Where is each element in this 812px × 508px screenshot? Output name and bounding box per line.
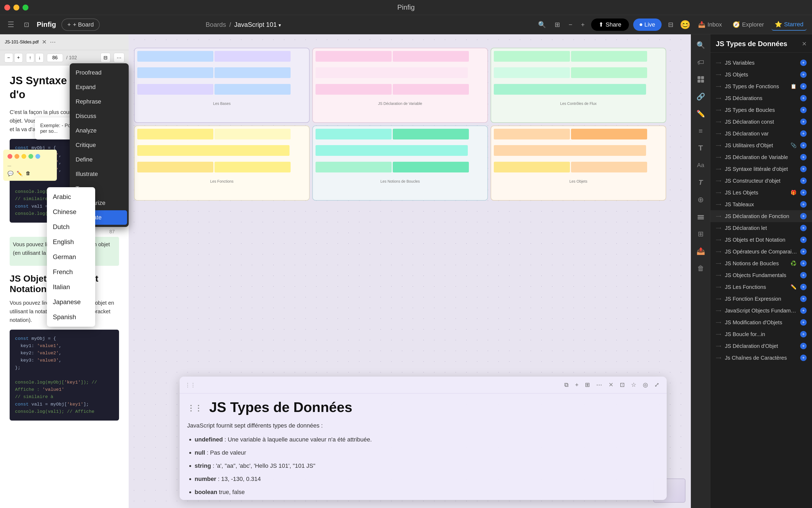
add-node-btn[interactable]: + bbox=[800, 166, 807, 172]
add-node-btn[interactable]: + bbox=[800, 260, 807, 267]
lang-french[interactable]: French bbox=[47, 264, 95, 280]
board-card-declarations[interactable]: JS Déclaration de Variable bbox=[312, 48, 488, 123]
menu-analyze[interactable]: Analyze bbox=[70, 123, 129, 138]
next-page-btn[interactable]: ↓ bbox=[35, 53, 44, 62]
sticky-delete-btn[interactable]: 🗑 bbox=[26, 171, 31, 176]
menu-discuss[interactable]: Discuss bbox=[70, 109, 129, 123]
tree-item-fonction-expression[interactable]: ⟶ JS Fonction Expression + bbox=[710, 293, 812, 305]
add-node-btn[interactable]: + bbox=[800, 142, 807, 149]
menu-illustrate[interactable]: Illustrate bbox=[70, 167, 129, 181]
tree-item-objets[interactable]: ⟶ JS Objets + bbox=[710, 69, 812, 80]
inbox-tab-btn[interactable]: 📥 Inbox bbox=[695, 19, 725, 30]
sidebar-panel-btn[interactable]: ⊡ bbox=[22, 19, 31, 31]
center-canvas[interactable]: Les Bases JS Déclaration de Variable bbox=[129, 34, 691, 508]
tree-item-utilitaires[interactable]: ⟶ JS Utilitaires d'Objet 📎 + bbox=[710, 139, 812, 151]
lang-japanese[interactable]: Japanese bbox=[47, 295, 95, 309]
add-node-btn[interactable]: + bbox=[800, 107, 807, 113]
add-node-btn[interactable]: + bbox=[800, 272, 807, 279]
tree-item-boucle-for-in[interactable]: ⟶ JS Boucle for...in + bbox=[710, 328, 812, 340]
tree-item-types-boucles[interactable]: ⟶ JS Types de Boucles + bbox=[710, 104, 812, 116]
tree-item-var[interactable]: ⟶ JS Déclaration var + bbox=[710, 128, 812, 139]
dot-blue[interactable] bbox=[35, 154, 40, 159]
add-node-btn[interactable]: + bbox=[800, 343, 807, 349]
tree-item-les-objets[interactable]: ⟶ JS Les Objets 🎁 + bbox=[710, 187, 812, 199]
tree-item-variables[interactable]: ⟶ JS Variables + bbox=[710, 57, 812, 69]
add-btn[interactable]: + bbox=[573, 380, 581, 389]
toggle-sidebar-btn[interactable]: ☰ bbox=[5, 18, 16, 31]
tree-item-tableaux[interactable]: ⟶ JS Tableaux + bbox=[710, 199, 812, 210]
board-card-fonctions[interactable]: Les Fonctions bbox=[134, 126, 310, 201]
toolbar-link-btn[interactable]: 🔗 bbox=[694, 90, 707, 103]
new-board-btn[interactable]: + + Board bbox=[61, 18, 100, 31]
toolbar-text-btn[interactable]: T bbox=[694, 142, 707, 155]
add-node-btn[interactable]: + bbox=[800, 307, 807, 314]
maximize-window-btn[interactable] bbox=[22, 5, 29, 10]
explorer-tab-btn[interactable]: 🧭 Explorer bbox=[729, 19, 767, 30]
add-node-btn[interactable]: + bbox=[800, 248, 807, 255]
toolbar-lines-btn[interactable]: ≡ bbox=[694, 124, 707, 137]
add-node-btn[interactable]: + bbox=[800, 237, 807, 243]
page-number-input[interactable] bbox=[47, 54, 63, 62]
dot-red[interactable] bbox=[7, 154, 12, 159]
tree-item-dot-notation[interactable]: ⟶ JS Objets et Dot Notation + bbox=[710, 234, 812, 246]
close-popup-btn[interactable]: ✕ bbox=[606, 380, 616, 389]
add-node-btn[interactable]: + bbox=[800, 177, 807, 184]
live-btn[interactable]: Live bbox=[633, 18, 662, 31]
lang-spanish[interactable]: Spanish bbox=[47, 309, 95, 325]
menu-rephrase[interactable]: Rephrase bbox=[70, 94, 129, 109]
panel-options-btn[interactable]: ⋯ bbox=[114, 53, 124, 62]
add-node-btn[interactable]: + bbox=[800, 354, 807, 361]
menu-critique[interactable]: Critique bbox=[70, 138, 129, 152]
tree-item-constructeur[interactable]: ⟶ JS Constructeur d'objet + bbox=[710, 175, 812, 187]
panel-more-btn[interactable]: ⋯ bbox=[50, 39, 56, 46]
toolbar-format-btn[interactable]: T bbox=[694, 176, 707, 189]
toolbar-text-size-btn[interactable]: Aa bbox=[694, 159, 707, 172]
toolbar-group-btn[interactable]: ⊞ bbox=[694, 227, 707, 240]
add-node-btn[interactable]: + bbox=[800, 95, 807, 101]
tree-item-les-fonctions[interactable]: ⟶ JS Les Fonctions ✏️ + bbox=[710, 281, 812, 293]
grid-btn[interactable]: ⊞ bbox=[583, 380, 592, 389]
share-btn[interactable]: ⬆ Share bbox=[591, 18, 629, 31]
tree-item-types-fonctions[interactable]: ⟶ JS Types de Fonctions 📋 + bbox=[710, 80, 812, 92]
menu-proofread[interactable]: Proofread bbox=[70, 66, 129, 80]
fit-icon-btn[interactable]: ⊡ bbox=[618, 380, 627, 389]
tree-item-decl-variable[interactable]: ⟶ JS Déclaration de Variable + bbox=[710, 151, 812, 163]
star-popup-btn[interactable]: ☆ bbox=[629, 380, 639, 389]
minimize-window-btn[interactable] bbox=[13, 5, 19, 10]
add-node-btn[interactable]: + bbox=[800, 201, 807, 208]
tree-item-decl-let[interactable]: ⟶ JS Déclaration let + bbox=[710, 222, 812, 234]
add-node-btn[interactable]: + bbox=[800, 225, 807, 231]
prev-page-btn[interactable]: ↑ bbox=[26, 53, 34, 62]
lang-italian[interactable]: Italian bbox=[47, 280, 95, 295]
board-card-les-bases[interactable]: Les Bases bbox=[134, 48, 310, 123]
toolbar-stack-btn[interactable] bbox=[694, 210, 707, 223]
add-node-btn[interactable]: + bbox=[800, 284, 807, 290]
dot-orange[interactable] bbox=[14, 154, 19, 159]
tree-item-declarations[interactable]: ⟶ JS Déclarations + bbox=[710, 92, 812, 104]
location-btn[interactable]: ◎ bbox=[641, 380, 650, 389]
add-node-btn[interactable]: + bbox=[800, 319, 807, 326]
add-node-btn[interactable]: + bbox=[800, 59, 807, 66]
tree-item-comparaison[interactable]: ⟶ JS Opérateurs de Comparaison + bbox=[710, 246, 812, 257]
panel-layout-btn[interactable]: ⊟ bbox=[100, 53, 110, 62]
board-card-boucles[interactable]: Les Notions de Boucles bbox=[312, 126, 488, 201]
add-node-btn[interactable]: + bbox=[800, 296, 807, 302]
toolbar-insert-btn[interactable]: ⊕ bbox=[694, 193, 707, 206]
lang-arabic[interactable]: Arabic bbox=[47, 189, 95, 204]
zoom-out-btn[interactable]: − bbox=[4, 53, 13, 62]
add-node-btn[interactable]: + bbox=[800, 130, 807, 137]
frp-close-btn[interactable]: ✕ bbox=[802, 41, 807, 47]
menu-define[interactable]: Define bbox=[70, 152, 129, 167]
expand-popup-btn[interactable]: ⤢ bbox=[652, 380, 661, 389]
panel-close-btn[interactable]: ✕ bbox=[42, 39, 47, 46]
toolbar-trash-btn[interactable]: 🗑 bbox=[694, 262, 707, 274]
breadcrumb-boards[interactable]: Boards bbox=[206, 21, 226, 29]
tree-item-decl-fonction[interactable]: ⟶ JS Déclaration de Fonction + bbox=[710, 210, 812, 222]
tree-item-syntaxe-litterale[interactable]: ⟶ JS Syntaxe littérale d'objet + bbox=[710, 163, 812, 175]
add-node-btn[interactable]: + bbox=[800, 71, 807, 78]
dot-green[interactable] bbox=[29, 154, 33, 159]
starred-tab-btn[interactable]: ⭐ Starred bbox=[771, 19, 807, 31]
toolbar-export-btn[interactable]: 📤 bbox=[694, 245, 707, 257]
sticky-comment-btn[interactable]: 💬 bbox=[7, 171, 13, 176]
toolbar-shapes-btn[interactable] bbox=[694, 73, 707, 86]
